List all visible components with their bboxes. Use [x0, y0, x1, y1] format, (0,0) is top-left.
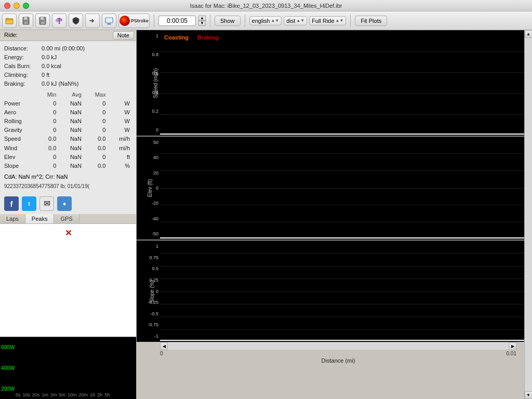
y-tick-m40: -40: [137, 216, 160, 221]
scroll-up-button[interactable]: ▲: [525, 30, 533, 38]
title-bar: Isaac for Mac: iBike_12_03_2023_0913_34_…: [0, 0, 532, 11]
ride-range-arrow: ▲▼: [336, 18, 344, 23]
tab-laps[interactable]: Laps: [0, 214, 25, 223]
speed-chart: 1 0.8 0.6 0.4 0.2 0 Speed (mph): [137, 30, 524, 137]
svg-text:+: +: [43, 21, 45, 24]
close-button[interactable]: [4, 3, 10, 9]
x-axis-area: ◀ ▶ 0 0.01 Distance (mi): [137, 342, 524, 370]
x-tick-labels: 0 0.01: [160, 350, 516, 357]
grid-line: [160, 114, 524, 115]
svg-rect-3: [24, 22, 28, 24]
toolbar: + PStroke ▲ ▼ Show english ▲▼ dist ▲▼ Fu…: [0, 11, 532, 30]
table-row: Rolling0NaN0W: [4, 117, 132, 126]
slope-chart: 1 0.75 0.5 0.25 0 -0.25 -0.5 -0.75 -1 Sl…: [137, 241, 524, 342]
shield-button[interactable]: [69, 14, 83, 28]
mini-chart: 600W 400W 200W 5s 10s 20s 1m 2m 5m 10m 2…: [0, 337, 136, 399]
ride-range-select[interactable]: Full Ride ▲▼: [309, 16, 346, 25]
svg-rect-4: [27, 17, 28, 19]
email-button[interactable]: ✉: [39, 196, 54, 211]
grid-line: [160, 137, 524, 137]
scroll-left-button[interactable]: ◀: [160, 342, 168, 350]
fit-plots-button[interactable]: Fit Plots: [355, 16, 387, 26]
window-title: Isaac for Mac: iBike_12_03_2023_0913_34_…: [190, 3, 342, 9]
h-scroll-track[interactable]: [168, 342, 509, 350]
show-button[interactable]: Show: [215, 16, 241, 26]
stats-panel: Distance: 0.00 mi (0:00:00) Energy: 0.0 …: [0, 41, 136, 193]
h-scrollbar: ◀ ▶: [160, 342, 516, 350]
separator-3: [245, 15, 245, 27]
arrow-button[interactable]: [85, 14, 100, 28]
tab-peaks[interactable]: Peaks: [25, 214, 55, 223]
stat-distance: Distance: 0.00 mi (0:00:00): [4, 44, 132, 53]
spin-up[interactable]: ▲: [198, 16, 206, 21]
ride-label: Ride:: [2, 31, 20, 39]
web-button[interactable]: ●: [57, 196, 72, 211]
x-axis-label: Distance (mi): [322, 357, 355, 364]
chart-area: 1 0.8 0.6 0.4 0.2 0 Speed (mph): [137, 30, 532, 399]
y-tick-m50: -50: [137, 231, 160, 236]
coasting-label: Coasting: [164, 34, 189, 41]
scroll-down-button[interactable]: ▼: [525, 391, 533, 399]
cda-line: CdA: NaN m^2; Crr: NaN: [4, 172, 132, 181]
y-tick-50: 50: [137, 140, 160, 145]
time-input[interactable]: [158, 16, 196, 26]
tab-gps[interactable]: GPS: [54, 214, 79, 223]
save-button[interactable]: [19, 14, 33, 28]
grid-line: [160, 135, 524, 135]
grid-line: [160, 329, 524, 330]
monitor-button[interactable]: [102, 14, 116, 28]
usb-button[interactable]: [52, 14, 66, 28]
elev-y-label: Elev (ft): [147, 179, 153, 197]
y-tick-40: 40: [137, 155, 160, 160]
language-select[interactable]: english ▲▼: [249, 16, 282, 25]
y-tick-m1: -1: [137, 334, 160, 339]
y-tick-m0.5: -0.5: [137, 311, 160, 316]
x-tick-5s: 5s: [16, 392, 21, 397]
grid-line: [160, 30, 524, 31]
table-row: Speed0.0NaN0.0mi/h: [4, 135, 132, 143]
x-tick-10m: 10m: [68, 392, 77, 397]
grid-line: [160, 153, 524, 154]
speed-chart-inner: Coasting Braking: [160, 30, 524, 136]
main-layout: Ride: Note Distance: 0.00 mi (0:00:00) E…: [0, 30, 532, 399]
grid-line: [160, 266, 524, 267]
slope-chart-inner: [160, 241, 524, 342]
y-tick-0s: 0: [137, 289, 160, 294]
svg-rect-13: [108, 23, 111, 24]
y-tick-20: 20: [137, 170, 160, 176]
stat-braking: Braking: 0.0 kJ (NaN%): [4, 79, 132, 88]
weight-line: 9223372036854775807 lb; 01/01/19(: [4, 182, 132, 191]
elev-chart-inner: [160, 137, 524, 240]
twitter-button[interactable]: t: [22, 196, 36, 211]
grid-line: [160, 51, 524, 52]
save-as-button[interactable]: +: [35, 14, 50, 28]
tabs-bar: Laps Peaks GPS: [0, 214, 136, 224]
x-tick-10s: 10s: [23, 392, 31, 397]
minimize-button[interactable]: [14, 3, 20, 9]
x-tick-20s: 20s: [32, 392, 40, 397]
maximize-button[interactable]: [23, 3, 29, 9]
spin-down[interactable]: ▼: [198, 21, 206, 26]
y-tick-0.25: 0.25: [137, 277, 160, 283]
grid-line: [160, 94, 524, 94]
table-row: Gravity0NaN0W: [4, 126, 132, 135]
facebook-button[interactable]: f: [4, 196, 19, 211]
grid-line: [160, 205, 524, 205]
elev-baseline: [160, 237, 524, 238]
note-button[interactable]: Note: [113, 31, 134, 39]
x-tick-2m: 2m: [50, 392, 57, 397]
dist-select[interactable]: dist ▲▼: [284, 16, 307, 25]
mini-label-400w: 400W: [1, 365, 15, 371]
dist-arrow: ▲▼: [296, 18, 304, 23]
grid-line: [160, 241, 524, 241]
v-scroll-track[interactable]: [525, 38, 532, 391]
time-spinner[interactable]: ▲ ▼: [198, 16, 206, 26]
speed-y-label: Speed (mph): [153, 68, 158, 98]
x-tick-001: 0.01: [507, 351, 516, 356]
svg-rect-11: [60, 19, 62, 21]
window-controls: [4, 3, 29, 9]
open-file-button[interactable]: [2, 14, 17, 28]
mini-label-600w: 600W: [1, 344, 15, 350]
social-bar: f t ✉ ●: [0, 193, 136, 214]
scroll-right-button[interactable]: ▶: [509, 342, 516, 350]
